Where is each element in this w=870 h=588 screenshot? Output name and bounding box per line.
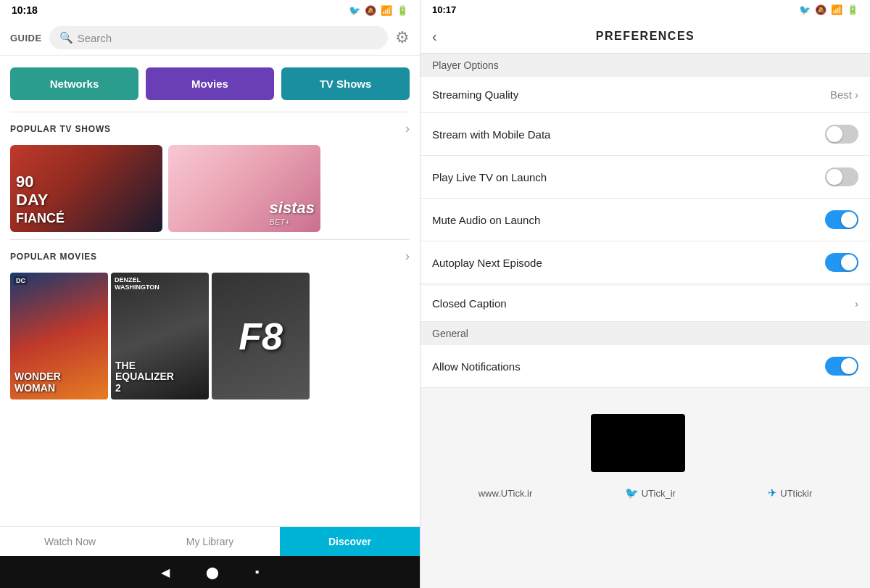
play-live-tv-toggle[interactable] — [825, 167, 858, 186]
status-bar-right: 10:17 🐦 🔕 📶 🔋 — [420, 0, 870, 20]
mute-audio-item: Mute Audio on Launch — [420, 199, 870, 241]
wonderwoman-title: WONDERWOMAN — [14, 371, 61, 394]
player-options-label: Player Options — [420, 54, 870, 77]
mylibrary-tab[interactable]: My Library — [140, 527, 280, 556]
twitter-link[interactable]: 🐦 UTick_ir — [625, 486, 676, 500]
twitter-icon-footer: 🐦 — [625, 486, 639, 500]
category-buttons: Networks Movies TV Shows — [0, 56, 420, 112]
watchnow-tab[interactable]: Watch Now — [0, 527, 140, 556]
stream-mobile-data-knob — [826, 126, 842, 142]
streaming-quality-label: Streaming Quality — [432, 88, 518, 101]
equalizer-title: THEEQUALIZER2 — [115, 360, 174, 394]
website-link[interactable]: www.UTick.ir — [478, 488, 533, 499]
autoplay-next-knob — [841, 254, 857, 270]
twitter-text: UTick_ir — [642, 488, 676, 499]
closed-caption-item[interactable]: Closed Caption › — [420, 286, 870, 322]
stream-mobile-data-label: Stream with Mobile Data — [432, 128, 550, 141]
allow-notifications-item: Allow Notifications — [420, 345, 870, 388]
f8-title: F8 — [239, 315, 283, 358]
allow-notifications-toggle[interactable] — [825, 357, 858, 376]
stream-mobile-data-item: Stream with Mobile Data — [420, 113, 870, 156]
mute-icon-right: 🔕 — [815, 4, 826, 15]
twitter-icon-right: 🐦 — [799, 4, 811, 15]
footer-links: www.UTick.ir 🐦 UTick_ir ✈ UTtickir — [420, 479, 870, 511]
bottom-nav: Watch Now My Library Discover — [0, 526, 420, 556]
guide-bar: GUIDE 🔍 Search ⚙ — [0, 20, 420, 56]
status-icons-left: 🐦 🔕 📶 🔋 — [349, 5, 408, 16]
closed-caption-label: Closed Caption — [432, 297, 507, 310]
allow-notifications-label: Allow Notifications — [432, 360, 521, 373]
search-icon: 🔍 — [59, 31, 73, 44]
search-placeholder: Search — [78, 32, 112, 44]
movies-row: DC WONDERWOMAN DENZELWASHINGTON THEEQUAL… — [0, 268, 420, 407]
autoplay-next-label: Autoplay Next Episode — [432, 257, 542, 269]
website-text: www.UTick.ir — [478, 488, 533, 499]
movie-card-f8[interactable]: F8 — [212, 273, 310, 399]
preferences-title: PREFERENCES — [596, 30, 695, 43]
autoplay-next-item: Autoplay Next Episode — [420, 241, 870, 284]
battery-icon-left: 🔋 — [397, 5, 408, 16]
fiancee-title: 90DAYFIANCÉ — [16, 173, 65, 226]
movie-card-equalizer[interactable]: DENZELWASHINGTON THEEQUALIZER2 — [111, 273, 209, 399]
watermark-box — [591, 414, 685, 472]
discover-tab[interactable]: Discover — [280, 527, 420, 556]
twitter-icon-left: 🐦 — [349, 5, 360, 16]
back-button[interactable]: ‹ — [432, 28, 437, 45]
guide-label: GUIDE — [10, 33, 42, 44]
streaming-quality-item[interactable]: Streaming Quality Best › — [420, 77, 870, 113]
movies-button[interactable]: Movies — [146, 67, 274, 100]
tvshows-chevron[interactable]: › — [405, 121, 410, 136]
settings-icon[interactable]: ⚙ — [395, 28, 410, 47]
shows-row: 90DAYFIANCÉ sistasBET+ — [0, 141, 420, 239]
telegram-icon-footer: ✈ — [768, 486, 777, 500]
sistas-title: sistasBET+ — [270, 199, 315, 226]
networks-button[interactable]: Networks — [10, 67, 138, 100]
android-home[interactable]: ⬤ — [206, 566, 219, 579]
mute-icon-left: 🔕 — [365, 5, 376, 16]
movie-card-wonderwoman[interactable]: DC WONDERWOMAN — [10, 273, 108, 399]
streaming-quality-chevron: › — [855, 88, 858, 101]
popular-tvshows-title: POPULAR TV SHOWS — [10, 124, 111, 134]
android-nav: ◀ ⬤ ▪ — [0, 556, 420, 588]
telegram-text: UTtickir — [780, 488, 812, 499]
allow-notifications-knob — [841, 358, 857, 374]
android-back[interactable]: ◀ — [161, 566, 170, 579]
search-box[interactable]: 🔍 Search — [49, 26, 388, 49]
popular-movies-header: POPULAR MOVIES › — [0, 240, 420, 268]
watermark-container — [420, 388, 870, 479]
dc-badge: DC — [14, 276, 28, 285]
mute-audio-toggle[interactable] — [825, 210, 858, 229]
popular-movies-title: POPULAR MOVIES — [10, 252, 97, 262]
android-recent[interactable]: ▪ — [255, 566, 260, 579]
play-live-tv-item: Play Live TV on Launch — [420, 156, 870, 199]
time-right: 10:17 — [432, 4, 456, 15]
streaming-quality-value: Best › — [830, 88, 858, 101]
right-panel: 10:17 🐦 🔕 📶 🔋 ‹ PREFERENCES Player Optio… — [420, 0, 870, 588]
play-live-tv-label: Play Live TV on Launch — [432, 171, 547, 183]
status-icons-right: 🐦 🔕 📶 🔋 — [799, 4, 858, 15]
battery-icon-right: 🔋 — [847, 4, 858, 15]
stream-mobile-data-toggle[interactable] — [825, 125, 858, 144]
popular-tvshows-header: POPULAR TV SHOWS › — [0, 112, 420, 141]
show-card-fiancee[interactable]: 90DAYFIANCÉ — [10, 145, 162, 232]
closed-caption-chevron: › — [855, 297, 858, 310]
show-card-sistas[interactable]: sistasBET+ — [168, 145, 320, 232]
movies-chevron[interactable]: › — [405, 249, 410, 264]
telegram-link[interactable]: ✈ UTtickir — [768, 486, 812, 500]
general-label: General — [420, 322, 870, 345]
tvshows-button[interactable]: TV Shows — [281, 67, 410, 100]
mute-audio-knob — [841, 212, 857, 228]
time-left: 10:18 — [12, 4, 38, 16]
wifi-icon-right: 📶 — [831, 4, 842, 15]
preferences-header: ‹ PREFERENCES — [420, 20, 870, 54]
wifi-icon-left: 📶 — [381, 5, 392, 16]
autoplay-next-toggle[interactable] — [825, 253, 858, 272]
play-live-tv-knob — [826, 169, 842, 185]
left-panel: 10:18 🐦 🔕 📶 🔋 GUIDE 🔍 Search ⚙ Networks … — [0, 0, 420, 588]
mute-audio-label: Mute Audio on Launch — [432, 214, 540, 226]
denzel-text: DENZELWASHINGTON — [115, 276, 160, 291]
status-bar-left: 10:18 🐦 🔕 📶 🔋 — [0, 0, 420, 20]
